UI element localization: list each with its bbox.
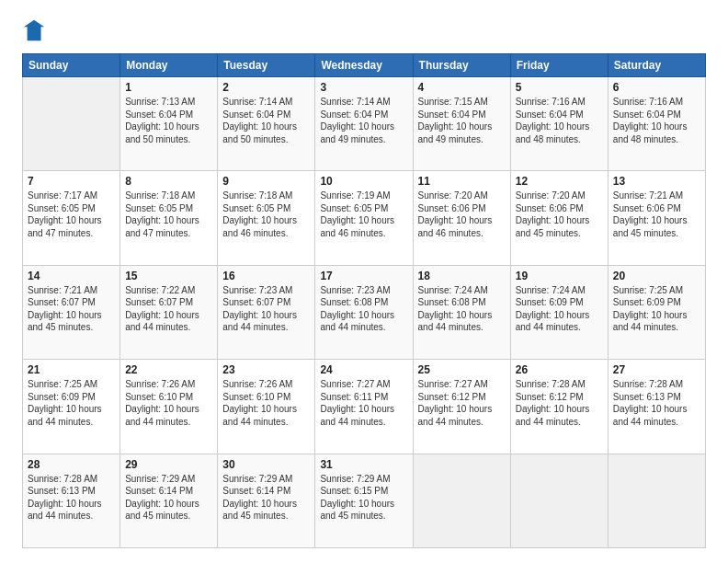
day-cell: 27Sunrise: 7:28 AM Sunset: 6:13 PM Dayli… <box>608 360 705 454</box>
day-cell: 1Sunrise: 7:13 AM Sunset: 6:04 PM Daylig… <box>120 77 218 171</box>
day-info: Sunrise: 7:18 AM Sunset: 6:05 PM Dayligh… <box>125 190 212 239</box>
day-cell: 11Sunrise: 7:20 AM Sunset: 6:06 PM Dayli… <box>413 171 510 265</box>
column-header-thursday: Thursday <box>413 54 510 77</box>
day-number: 3 <box>320 81 407 94</box>
day-cell: 4Sunrise: 7:15 AM Sunset: 6:04 PM Daylig… <box>413 77 510 171</box>
week-row-2: 7Sunrise: 7:17 AM Sunset: 6:05 PM Daylig… <box>23 171 706 265</box>
day-cell <box>608 454 705 547</box>
column-header-wednesday: Wednesday <box>315 54 413 77</box>
day-number: 16 <box>222 270 310 282</box>
day-number: 31 <box>320 458 407 471</box>
day-info: Sunrise: 7:26 AM Sunset: 6:10 PM Dayligh… <box>222 378 310 428</box>
day-cell: 17Sunrise: 7:23 AM Sunset: 6:08 PM Dayli… <box>315 265 413 359</box>
day-number: 21 <box>28 363 115 376</box>
day-info: Sunrise: 7:14 AM Sunset: 6:04 PM Dayligh… <box>222 96 310 145</box>
day-number: 8 <box>125 175 212 188</box>
day-number: 22 <box>125 363 212 376</box>
day-cell: 31Sunrise: 7:29 AM Sunset: 6:15 PM Dayli… <box>315 454 413 547</box>
day-cell: 30Sunrise: 7:29 AM Sunset: 6:14 PM Dayli… <box>218 454 315 547</box>
day-number: 1 <box>125 81 212 94</box>
logo <box>22 18 51 44</box>
day-cell: 2Sunrise: 7:14 AM Sunset: 6:04 PM Daylig… <box>218 77 315 171</box>
day-info: Sunrise: 7:14 AM Sunset: 6:04 PM Dayligh… <box>320 96 407 145</box>
day-info: Sunrise: 7:28 AM Sunset: 6:13 PM Dayligh… <box>613 378 700 428</box>
day-cell <box>510 454 608 547</box>
day-info: Sunrise: 7:29 AM Sunset: 6:15 PM Dayligh… <box>320 473 407 523</box>
day-info: Sunrise: 7:29 AM Sunset: 6:14 PM Dayligh… <box>222 473 310 523</box>
week-row-1: 1Sunrise: 7:13 AM Sunset: 6:04 PM Daylig… <box>23 77 706 171</box>
header-row: SundayMondayTuesdayWednesdayThursdayFrid… <box>23 54 706 77</box>
day-info: Sunrise: 7:22 AM Sunset: 6:07 PM Dayligh… <box>125 284 212 334</box>
calendar-body: 1Sunrise: 7:13 AM Sunset: 6:04 PM Daylig… <box>23 77 706 548</box>
day-info: Sunrise: 7:23 AM Sunset: 6:08 PM Dayligh… <box>320 284 407 334</box>
day-info: Sunrise: 7:28 AM Sunset: 6:12 PM Dayligh… <box>516 378 603 428</box>
day-info: Sunrise: 7:16 AM Sunset: 6:04 PM Dayligh… <box>516 96 603 145</box>
day-cell <box>23 77 120 171</box>
day-number: 6 <box>613 81 700 94</box>
day-number: 15 <box>125 270 212 282</box>
day-info: Sunrise: 7:25 AM Sunset: 6:09 PM Dayligh… <box>613 284 700 334</box>
column-header-saturday: Saturday <box>608 54 705 77</box>
day-cell: 28Sunrise: 7:28 AM Sunset: 6:13 PM Dayli… <box>23 454 120 547</box>
day-info: Sunrise: 7:26 AM Sunset: 6:10 PM Dayligh… <box>125 378 212 428</box>
day-cell: 23Sunrise: 7:26 AM Sunset: 6:10 PM Dayli… <box>218 360 315 454</box>
day-number: 13 <box>613 175 700 188</box>
day-cell: 10Sunrise: 7:19 AM Sunset: 6:05 PM Dayli… <box>315 171 413 265</box>
day-number: 4 <box>418 81 506 94</box>
day-number: 28 <box>28 458 115 471</box>
day-cell: 9Sunrise: 7:18 AM Sunset: 6:05 PM Daylig… <box>218 171 315 265</box>
day-info: Sunrise: 7:28 AM Sunset: 6:13 PM Dayligh… <box>28 473 115 523</box>
day-number: 20 <box>613 270 700 282</box>
day-number: 9 <box>222 175 310 188</box>
day-info: Sunrise: 7:20 AM Sunset: 6:06 PM Dayligh… <box>418 190 506 239</box>
day-cell: 26Sunrise: 7:28 AM Sunset: 6:12 PM Dayli… <box>510 360 608 454</box>
day-info: Sunrise: 7:19 AM Sunset: 6:05 PM Dayligh… <box>320 190 407 239</box>
day-number: 18 <box>418 270 506 282</box>
column-header-friday: Friday <box>510 54 608 77</box>
day-number: 30 <box>222 458 310 471</box>
day-info: Sunrise: 7:20 AM Sunset: 6:06 PM Dayligh… <box>516 190 603 239</box>
day-cell: 7Sunrise: 7:17 AM Sunset: 6:05 PM Daylig… <box>23 171 120 265</box>
day-cell: 14Sunrise: 7:21 AM Sunset: 6:07 PM Dayli… <box>23 265 120 359</box>
day-info: Sunrise: 7:24 AM Sunset: 6:08 PM Dayligh… <box>418 284 506 334</box>
week-row-4: 21Sunrise: 7:25 AM Sunset: 6:09 PM Dayli… <box>23 360 706 454</box>
day-number: 19 <box>516 270 603 282</box>
day-cell: 8Sunrise: 7:18 AM Sunset: 6:05 PM Daylig… <box>120 171 218 265</box>
day-cell <box>413 454 510 547</box>
day-info: Sunrise: 7:21 AM Sunset: 6:06 PM Dayligh… <box>613 190 700 239</box>
day-cell: 15Sunrise: 7:22 AM Sunset: 6:07 PM Dayli… <box>120 265 218 359</box>
day-number: 24 <box>320 363 407 376</box>
day-cell: 13Sunrise: 7:21 AM Sunset: 6:06 PM Dayli… <box>608 171 705 265</box>
header <box>22 18 706 44</box>
day-number: 11 <box>418 175 506 188</box>
day-number: 25 <box>418 363 506 376</box>
calendar-page: SundayMondayTuesdayWednesdayThursdayFrid… <box>0 0 728 563</box>
day-info: Sunrise: 7:29 AM Sunset: 6:14 PM Dayligh… <box>125 473 212 523</box>
day-cell: 18Sunrise: 7:24 AM Sunset: 6:08 PM Dayli… <box>413 265 510 359</box>
day-cell: 12Sunrise: 7:20 AM Sunset: 6:06 PM Dayli… <box>510 171 608 265</box>
calendar-table: SundayMondayTuesdayWednesdayThursdayFrid… <box>22 53 706 548</box>
day-cell: 16Sunrise: 7:23 AM Sunset: 6:07 PM Dayli… <box>218 265 315 359</box>
day-info: Sunrise: 7:24 AM Sunset: 6:09 PM Dayligh… <box>516 284 603 334</box>
day-info: Sunrise: 7:18 AM Sunset: 6:05 PM Dayligh… <box>222 190 310 239</box>
day-info: Sunrise: 7:16 AM Sunset: 6:04 PM Dayligh… <box>613 96 700 145</box>
day-cell: 3Sunrise: 7:14 AM Sunset: 6:04 PM Daylig… <box>315 77 413 171</box>
day-info: Sunrise: 7:17 AM Sunset: 6:05 PM Dayligh… <box>28 190 115 239</box>
day-info: Sunrise: 7:13 AM Sunset: 6:04 PM Dayligh… <box>125 96 212 145</box>
day-info: Sunrise: 7:27 AM Sunset: 6:11 PM Dayligh… <box>320 378 407 428</box>
calendar-header: SundayMondayTuesdayWednesdayThursdayFrid… <box>23 54 706 77</box>
week-row-3: 14Sunrise: 7:21 AM Sunset: 6:07 PM Dayli… <box>23 265 706 359</box>
logo-icon <box>22 18 48 44</box>
day-cell: 25Sunrise: 7:27 AM Sunset: 6:12 PM Dayli… <box>413 360 510 454</box>
day-info: Sunrise: 7:27 AM Sunset: 6:12 PM Dayligh… <box>418 378 506 428</box>
day-cell: 6Sunrise: 7:16 AM Sunset: 6:04 PM Daylig… <box>608 77 705 171</box>
column-header-monday: Monday <box>120 54 218 77</box>
column-header-tuesday: Tuesday <box>218 54 315 77</box>
day-cell: 29Sunrise: 7:29 AM Sunset: 6:14 PM Dayli… <box>120 454 218 547</box>
day-cell: 22Sunrise: 7:26 AM Sunset: 6:10 PM Dayli… <box>120 360 218 454</box>
column-header-sunday: Sunday <box>23 54 120 77</box>
day-number: 10 <box>320 175 407 188</box>
day-number: 29 <box>125 458 212 471</box>
day-cell: 24Sunrise: 7:27 AM Sunset: 6:11 PM Dayli… <box>315 360 413 454</box>
day-number: 26 <box>516 363 603 376</box>
